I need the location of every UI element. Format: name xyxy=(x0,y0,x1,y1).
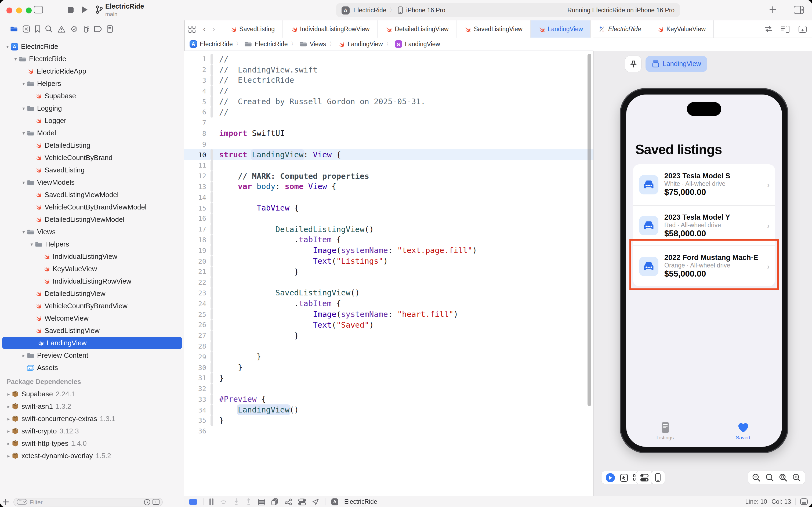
code-line-16[interactable]: 16 xyxy=(184,213,593,224)
code-line-31[interactable]: 31} xyxy=(184,373,593,384)
breadcrumb-item[interactable]: Views xyxy=(299,41,326,47)
package-item-swift-asn1[interactable]: ▸swift-asn11.3.2 xyxy=(0,400,184,412)
related-items-icon[interactable] xyxy=(184,20,200,38)
app-tab-listings[interactable]: Listings xyxy=(644,422,687,440)
disclosure-chevron-icon[interactable]: ▾ xyxy=(12,56,19,61)
code-line-36[interactable]: 36 xyxy=(184,426,593,437)
code-line-22[interactable]: 22 xyxy=(184,277,593,288)
code-line-2[interactable]: 2// LandingView.swift xyxy=(184,64,593,75)
disclosure-chevron-icon[interactable]: ▸ xyxy=(5,404,12,409)
disclosure-chevron-icon[interactable]: ▾ xyxy=(4,44,11,49)
code-line-7[interactable]: 7 xyxy=(184,118,593,128)
sidebar-item-keyvalueview[interactable]: KeyValueView xyxy=(0,263,184,275)
debug-graph-icon[interactable] xyxy=(285,498,292,505)
sidebar-item-helpers[interactable]: ▾Helpers xyxy=(0,77,184,90)
sidebar-item-logging[interactable]: ▾Logging xyxy=(0,102,184,114)
show-changes-icon[interactable] xyxy=(153,499,160,505)
sidebar-item-helpers[interactable]: ▾Helpers xyxy=(0,238,184,250)
disclosure-chevron-icon[interactable]: ▾ xyxy=(20,106,27,111)
code-line-20[interactable]: 20 Text("Listings") xyxy=(184,256,593,266)
breakpoint-navigator-icon[interactable] xyxy=(94,26,102,32)
sidebar-item-vehiclecountbybrand[interactable]: VehicleCountByBrand xyxy=(0,152,184,164)
package-item-xctest-dynamic-overlay[interactable]: ▸xctest-dynamic-overlay1.5.2 xyxy=(0,450,184,462)
code-line-17[interactable]: 17 DetailedListingView() xyxy=(184,224,593,235)
sidebar-item-views[interactable]: ▾Views xyxy=(0,226,184,238)
memory-graph-icon[interactable] xyxy=(271,498,279,505)
disclosure-chevron-icon[interactable]: ▾ xyxy=(20,229,27,234)
debug-navigator-icon[interactable] xyxy=(83,25,89,33)
disclosure-chevron-icon[interactable]: ▸ xyxy=(5,441,12,446)
editor-scrollbar[interactable] xyxy=(587,54,591,406)
code-line-30[interactable]: 30 } xyxy=(184,362,593,373)
editor-tab-detailedlistingview[interactable]: DetailedListingView xyxy=(378,20,457,38)
sidebar-item-vehiclecountbybrandview[interactable]: VehicleCountByBrandView xyxy=(0,300,184,312)
zoom-fit-icon[interactable] xyxy=(779,473,787,482)
breadcrumb-item[interactable]: AElectricRide xyxy=(189,40,233,48)
code-line-11[interactable]: 11 xyxy=(184,160,593,171)
code-line-19[interactable]: 19 Image(systemName: "text.page.fill") xyxy=(184,245,593,256)
go-back-icon[interactable]: ‹ xyxy=(200,20,209,38)
disclosure-chevron-icon[interactable]: ▸ xyxy=(20,353,27,358)
close-traffic-light[interactable] xyxy=(6,7,12,13)
code-line-9[interactable]: 9 xyxy=(184,139,593,150)
editor-layout-icon[interactable] xyxy=(800,498,808,505)
code-line-15[interactable]: 15 TabView { xyxy=(184,203,593,213)
editor-tab-electricride[interactable]: ElectricRide xyxy=(591,20,649,38)
zoom-out-icon[interactable] xyxy=(752,473,760,482)
disclosure-chevron-icon[interactable]: ▸ xyxy=(5,453,12,458)
minimize-traffic-light[interactable] xyxy=(16,7,22,13)
code-review-icon[interactable] xyxy=(760,20,777,38)
code-line-25[interactable]: 25 Image(systemName: "heart.fill") xyxy=(184,309,593,320)
package-item-swift-http-types[interactable]: ▸swift-http-types1.4.0 xyxy=(0,437,184,450)
code-line-33[interactable]: 33#Preview { xyxy=(184,394,593,405)
selectable-mode-icon[interactable] xyxy=(620,473,628,482)
sidebar-item-savedlistingviewmodel[interactable]: SavedListingViewModel xyxy=(0,188,184,201)
bookmark-navigator-icon[interactable] xyxy=(35,25,40,33)
editor-only-layout-icon[interactable] xyxy=(189,499,197,505)
add-editor-icon[interactable] xyxy=(793,20,812,38)
code-line-32[interactable]: 32 xyxy=(184,383,593,394)
code-line-34[interactable]: 34 LandingView() xyxy=(184,405,593,415)
sidebar-item-vehiclecountbybrandviewmodel[interactable]: VehicleCountByBrandViewModel xyxy=(0,201,184,213)
code-line-6[interactable]: 6// xyxy=(184,107,593,118)
code-line-1[interactable]: 1// xyxy=(184,54,593,64)
source-control-navigator-icon[interactable] xyxy=(22,25,30,33)
sidebar-item-preview-content[interactable]: ▸Preview Content xyxy=(0,349,184,361)
sidebar-item-viewmodels[interactable]: ▾ViewModels xyxy=(0,176,184,188)
device-settings-icon[interactable] xyxy=(640,473,649,482)
code-line-27[interactable]: 27 } xyxy=(184,330,593,341)
pin-preview-button[interactable] xyxy=(625,56,641,72)
code-line-13[interactable]: 13 var body: some View { xyxy=(184,181,593,192)
editor-tab-individuallistingrowview[interactable]: IndividualListingRowView xyxy=(283,20,378,38)
code-line-26[interactable]: 26 Text("Saved") xyxy=(184,320,593,330)
editor-tab-savedlisting[interactable]: SavedListing xyxy=(222,20,283,38)
package-item-swift-crypto[interactable]: ▸swift-crypto3.12.3 xyxy=(0,425,184,437)
new-tab-icon[interactable] xyxy=(769,6,776,13)
sidebar-item-individuallistingrowview[interactable]: IndividualListingRowView xyxy=(0,275,184,287)
code-line-10[interactable]: 10struct LandingView: View { xyxy=(184,149,593,160)
editor-tab-savedlistingview[interactable]: SavedListingView xyxy=(457,20,530,38)
disclosure-chevron-icon[interactable]: ▸ xyxy=(5,428,12,434)
disclosure-chevron-icon[interactable]: ▸ xyxy=(5,391,12,397)
go-forward-icon[interactable]: › xyxy=(209,20,219,38)
sidebar-item-savedlistingview[interactable]: SavedListingView xyxy=(0,324,184,337)
code-line-12[interactable]: 12 // MARK: Computed properties xyxy=(184,171,593,181)
code-line-5[interactable]: 5// Created by Russell Gordon on 2025-05… xyxy=(184,96,593,107)
disclosure-chevron-icon[interactable]: ▾ xyxy=(20,130,27,135)
stop-button[interactable] xyxy=(68,7,73,13)
zoom-in-icon[interactable] xyxy=(793,473,801,482)
sidebar-item-landingview[interactable]: LandingView xyxy=(2,337,182,349)
destination-name[interactable]: iPhone 16 Pro xyxy=(406,7,446,13)
view-hierarchy-icon[interactable] xyxy=(258,498,265,505)
sidebar-item-individuallistingview[interactable]: IndividualListingView xyxy=(0,250,184,263)
code-line-8[interactable]: 8import SwiftUI xyxy=(184,128,593,139)
add-file-icon[interactable] xyxy=(0,499,11,505)
location-simulate-icon[interactable] xyxy=(312,498,319,505)
code-line-18[interactable]: 18 .tabItem { xyxy=(184,234,593,245)
project-navigator-icon[interactable] xyxy=(10,26,18,32)
issue-navigator-icon[interactable] xyxy=(57,25,65,33)
toggle-sidebar-icon[interactable] xyxy=(34,6,43,13)
sidebar-item-assets[interactable]: Assets xyxy=(0,361,184,374)
sidebar-item-electricride[interactable]: ▾AElectricRide xyxy=(0,40,184,53)
code-line-24[interactable]: 24 .tabItem { xyxy=(184,298,593,309)
